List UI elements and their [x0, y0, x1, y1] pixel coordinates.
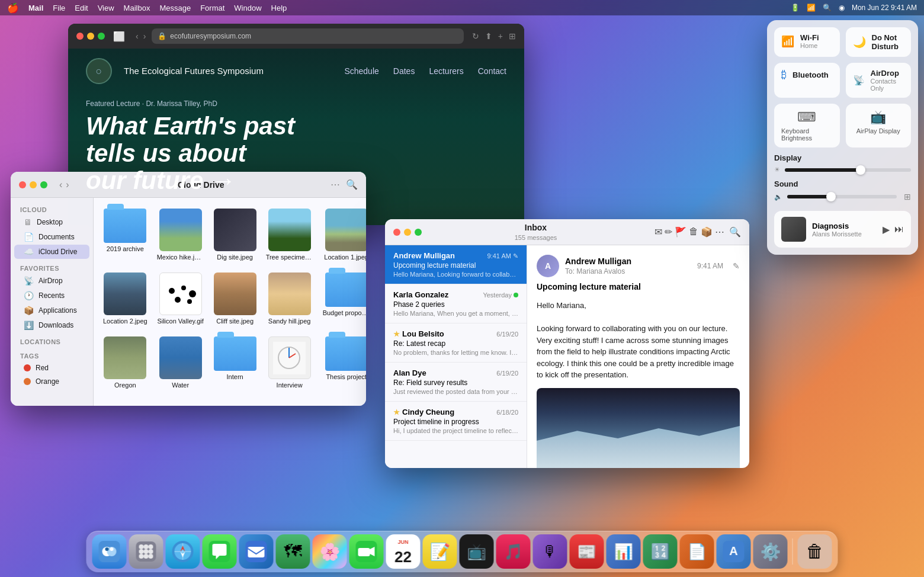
finder-item-cliffsite[interactable]: Cliff site.jpeg [211, 269, 259, 328]
menubar-mailbox[interactable]: Mailbox [124, 4, 150, 12]
menubar-siri-icon[interactable]: ◉ [839, 4, 845, 12]
browser-url-bar[interactable]: 🔒 ecofuturesymposium.com [152, 28, 463, 44]
sidebar-item-tag-orange[interactable]: Orange [14, 375, 89, 388]
menubar-edit[interactable]: Edit [75, 4, 88, 12]
dock-calendar[interactable]: JUN 22 [386, 534, 421, 569]
finder-back-icon[interactable]: ‹ [59, 179, 62, 190]
dock-numbers[interactable]: 🔢 [643, 534, 678, 569]
reload-icon[interactable]: ↻ [472, 31, 479, 41]
dock-podcasts[interactable]: 🎙 [533, 534, 567, 569]
dock-appstore[interactable]: A [717, 534, 751, 569]
menubar-view[interactable]: View [98, 4, 114, 12]
cc-sound-knob[interactable] [826, 192, 836, 201]
finder-item-oregon[interactable]: Oregon [101, 333, 150, 392]
finder-item-2019archive[interactable]: 2019 archive [101, 205, 150, 264]
cc-dnd-tile[interactable]: 🌙 Do Not Disturb [846, 27, 912, 57]
grid-icon[interactable]: ⊞ [509, 31, 516, 41]
dock-launchpad[interactable] [129, 534, 163, 569]
dock-pages[interactable]: 📄 [680, 534, 714, 569]
menubar-message[interactable]: Message [159, 4, 191, 12]
mail-zoom-button[interactable] [415, 229, 422, 236]
eco-nav-lecturers[interactable]: Lecturers [429, 66, 463, 76]
volume-button[interactable]: ⊞ [904, 192, 911, 201]
menubar-format[interactable]: Format [200, 4, 224, 12]
cc-wifi-tile[interactable]: 📶 Wi-Fi Home [774, 27, 840, 57]
eco-nav-dates[interactable]: Dates [393, 66, 415, 76]
dock-messages[interactable] [203, 534, 237, 569]
mail-flag-icon[interactable]: 🚩 [675, 226, 686, 238]
dock-keynote[interactable]: 📊 [607, 534, 641, 569]
sidebar-item-desktop[interactable]: 🖥 Desktop [14, 215, 89, 229]
finder-item-location2[interactable]: Location 2.jpeg [101, 269, 150, 328]
finder-item-treespecimen[interactable]: Tree specimen.jpeg [264, 205, 316, 264]
sidebar-toggle-icon[interactable]: ⬜ [113, 31, 125, 42]
finder-item-mexicohike[interactable]: Mexico hike.jpeg [155, 205, 207, 264]
apple-menu[interactable]: 🍎 [7, 2, 19, 14]
dock-music[interactable]: 🎵 [496, 534, 531, 569]
mail-item-lou[interactable]: ★Lou Belsito 6/19/20 Re: Latest recap No… [385, 323, 527, 363]
skip-forward-button[interactable]: ⏭ [894, 224, 904, 235]
menubar-file[interactable]: File [53, 4, 65, 12]
finder-item-water[interactable]: Water [155, 333, 207, 392]
mail-compose-icon[interactable]: ✉ [654, 226, 662, 238]
sidebar-item-downloads[interactable]: ⬇️ Downloads [14, 318, 89, 332]
forward-icon[interactable]: › [143, 31, 146, 41]
dock-news[interactable]: 📰 [570, 534, 604, 569]
dock-mail[interactable] [239, 534, 274, 569]
sidebar-item-airdrop[interactable]: 📡 AirDrop [14, 274, 89, 288]
minimize-button[interactable] [87, 33, 94, 40]
mail-item-alan[interactable]: Alan Dye 6/19/20 Re: Field survey result… [385, 363, 527, 402]
mail-more-icon[interactable]: ⋯ [715, 226, 724, 238]
finder-close-button[interactable] [19, 181, 26, 188]
zoom-button[interactable] [98, 33, 105, 40]
finder-item-intern[interactable]: Intern [211, 333, 259, 392]
finder-item-budget[interactable]: Budget proposals [320, 269, 366, 328]
dock-appletv[interactable]: 📺 [460, 534, 494, 569]
share-icon[interactable]: ⬆ [485, 31, 492, 41]
finder-zoom-button[interactable] [40, 181, 47, 188]
finder-minimize-button[interactable] [30, 181, 37, 188]
finder-item-interview[interactable]: Interview [264, 333, 316, 392]
sidebar-item-documents[interactable]: 📄 Documents [14, 230, 89, 244]
cc-keyboard-tile[interactable]: ⌨ Keyboard Brightness [774, 104, 840, 148]
dock-finder[interactable] [92, 534, 127, 569]
cc-airdrop-tile[interactable]: 📡 AirDrop Contacts Only [846, 63, 912, 98]
mail-delete-icon[interactable]: 🗑 [689, 226, 698, 238]
mail-item-karla[interactable]: Karla Gonzalez Yesterday Phase 2 queries… [385, 284, 527, 323]
play-button[interactable]: ▶ [883, 224, 890, 235]
dock-maps[interactable]: 🗺 [276, 534, 310, 569]
menubar-help[interactable]: Help [271, 4, 287, 12]
cc-display-slider[interactable] [785, 168, 911, 172]
eco-nav-schedule[interactable]: Schedule [344, 66, 378, 76]
dock-photos[interactable]: 🌸 [313, 534, 347, 569]
dock-notes[interactable]: 📝 [423, 534, 457, 569]
sidebar-item-tag-red[interactable]: Red [14, 361, 89, 374]
mail-archive-icon[interactable]: 📦 [701, 226, 713, 238]
dock-trash[interactable]: 🗑 [798, 534, 832, 569]
dock-safari[interactable] [166, 534, 200, 569]
finder-item-location1[interactable]: Location 1.jpeg [320, 205, 366, 264]
menubar-search-icon[interactable]: 🔍 [823, 4, 832, 12]
sidebar-item-icloud-drive[interactable]: ☁️ iCloud Drive [14, 245, 89, 259]
mail-item-andrew[interactable]: Andrew Mulligan 9:41 AM ✎ Upcoming lectu… [385, 245, 527, 284]
cc-display-knob[interactable] [856, 165, 865, 175]
finder-item-digsite[interactable]: Dig site.jpeg [211, 205, 259, 264]
mail-close-button[interactable] [393, 229, 400, 236]
sidebar-item-recents[interactable]: 🕐 Recents [14, 288, 89, 303]
back-icon[interactable]: ‹ [136, 31, 139, 41]
add-tab-icon[interactable]: + [498, 31, 503, 41]
dock-system-preferences[interactable]: ⚙️ [753, 534, 788, 569]
finder-item-siliconvalley[interactable]: Silicon Valley.gif [155, 269, 207, 328]
eco-nav-contact[interactable]: Contact [478, 66, 506, 76]
mail-item-cindy[interactable]: ★Cindy Cheung 6/18/20 Project timeline i… [385, 402, 527, 441]
mail-minimize-button[interactable] [404, 229, 411, 236]
sidebar-item-applications[interactable]: 📦 Applications [14, 303, 89, 318]
finder-item-sandyhill[interactable]: Sandy hill.jpeg [264, 269, 316, 328]
close-button[interactable] [76, 33, 84, 40]
cc-sound-slider[interactable] [787, 195, 897, 198]
menubar-app-name[interactable]: Mail [28, 4, 43, 12]
cc-airplay-tile[interactable]: 📺 AirPlay Display [846, 104, 912, 148]
finder-item-thesisproject[interactable]: Thesis project [320, 333, 366, 392]
dock-facetime[interactable] [349, 534, 384, 569]
mail-search-icon[interactable]: 🔍 [729, 226, 741, 238]
